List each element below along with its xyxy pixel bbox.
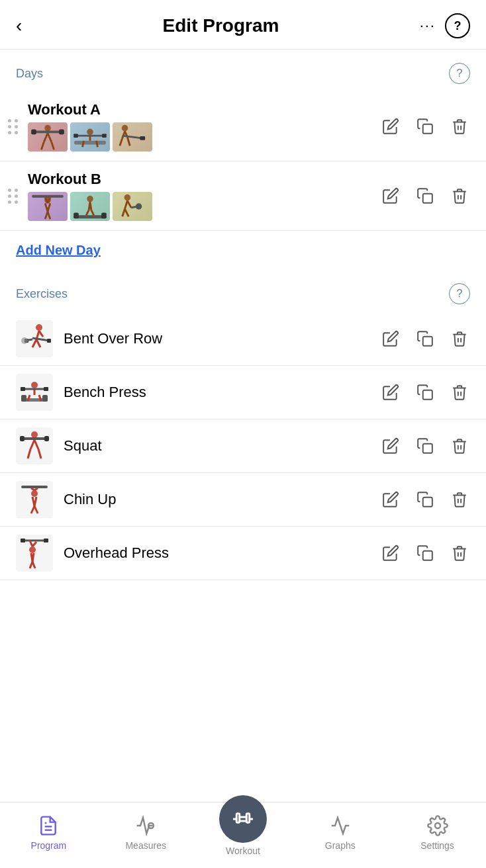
settings-icon <box>426 814 450 838</box>
edit-bent-over-row-button[interactable] <box>380 328 401 349</box>
chin-up-name: Chin Up <box>64 491 380 508</box>
edit-workout-b-button[interactable] <box>380 185 401 206</box>
delete-chin-up-button[interactable] <box>449 489 470 510</box>
workout-center-button[interactable] <box>219 795 267 843</box>
svg-rect-33 <box>73 213 79 219</box>
delete-workout-b-button[interactable] <box>449 185 470 206</box>
svg-rect-90 <box>21 539 25 542</box>
drag-dot <box>8 195 11 198</box>
svg-line-97 <box>32 562 35 568</box>
delete-squat-button[interactable] <box>449 435 470 456</box>
svg-line-19 <box>120 138 122 146</box>
svg-point-0 <box>44 125 51 132</box>
svg-rect-12 <box>73 134 78 138</box>
svg-rect-87 <box>423 498 432 507</box>
svg-rect-1 <box>35 130 60 133</box>
svg-point-44 <box>136 203 142 210</box>
svg-rect-78 <box>423 444 432 453</box>
svg-point-35 <box>87 196 93 202</box>
edit-workout-a-button[interactable] <box>380 116 401 137</box>
copy-overhead-press-button[interactable] <box>414 542 436 564</box>
svg-line-14 <box>83 141 84 148</box>
bench-press-name: Bench Press <box>64 384 380 401</box>
svg-line-93 <box>32 542 36 546</box>
svg-rect-60 <box>21 395 26 402</box>
svg-line-75 <box>34 440 38 449</box>
squat-thumb <box>16 427 53 464</box>
svg-rect-2 <box>31 130 36 135</box>
copy-chin-up-button[interactable] <box>414 489 436 510</box>
workout-a-actions <box>380 116 470 137</box>
header-help-button[interactable]: ? <box>445 13 470 38</box>
svg-point-80 <box>31 490 38 497</box>
measures-icon <box>134 814 158 838</box>
exercises-help-button[interactable]: ? <box>449 283 470 304</box>
nav-settings[interactable]: Settings <box>411 814 464 851</box>
svg-line-4 <box>44 133 48 142</box>
drag-dot <box>15 125 18 128</box>
svg-rect-8 <box>74 141 106 145</box>
settings-label: Settings <box>420 840 454 851</box>
workout-b-actions <box>380 185 470 206</box>
exercise-bench-press: Bench Press <box>0 366 486 419</box>
nav-workout[interactable]: Workout <box>217 808 269 856</box>
svg-point-62 <box>31 382 38 388</box>
svg-rect-65 <box>21 387 25 391</box>
svg-line-5 <box>48 133 52 142</box>
days-help-button[interactable]: ? <box>449 63 470 84</box>
edit-overhead-press-button[interactable] <box>380 542 401 564</box>
drag-handle-workout-a[interactable] <box>8 119 19 134</box>
header: ‹ Edit Program ··· ? <box>0 0 486 49</box>
copy-bench-press-button[interactable] <box>414 382 436 403</box>
edit-chin-up-button[interactable] <box>380 489 401 510</box>
delete-workout-a-button[interactable] <box>449 116 470 137</box>
workout-a-info: Workout A <box>28 101 380 152</box>
nav-measures[interactable]: Measures <box>119 814 172 851</box>
delete-bench-press-button[interactable] <box>449 382 470 403</box>
workout-a-image-2 <box>70 122 110 152</box>
bent-over-row-thumb <box>16 320 53 357</box>
svg-rect-66 <box>44 387 48 391</box>
edit-bench-press-button[interactable] <box>380 382 401 403</box>
svg-point-106 <box>435 823 440 828</box>
delete-bent-over-row-button[interactable] <box>449 328 470 349</box>
workout-a-images <box>28 122 380 152</box>
overhead-press-actions <box>380 542 470 564</box>
workout-b-image-3 <box>113 192 152 221</box>
svg-point-40 <box>124 195 131 201</box>
nav-graphs[interactable]: Graphs <box>314 814 367 851</box>
drag-dot <box>8 125 11 128</box>
svg-line-20 <box>127 137 130 146</box>
drag-handle-workout-b[interactable] <box>8 189 19 204</box>
svg-line-42 <box>127 200 131 208</box>
squat-name: Squat <box>64 437 380 455</box>
drag-dot <box>15 189 18 192</box>
more-options-button[interactable]: ··· <box>420 17 436 34</box>
add-new-day-button[interactable]: Add New Day <box>0 231 486 270</box>
header-left: ‹ <box>16 17 22 35</box>
overhead-press-thumb <box>16 535 53 572</box>
svg-point-48 <box>36 324 42 331</box>
svg-rect-71 <box>23 437 46 440</box>
svg-rect-23 <box>423 124 432 134</box>
svg-point-88 <box>29 546 36 553</box>
exercise-overhead-press: Overhead Press <box>0 527 486 580</box>
edit-squat-button[interactable] <box>380 435 401 456</box>
workout-b-name: Workout B <box>28 171 380 188</box>
delete-overhead-press-button[interactable] <box>449 542 470 564</box>
svg-line-39 <box>91 210 94 216</box>
workout-label: Workout <box>226 846 260 856</box>
copy-bent-over-row-button[interactable] <box>414 328 436 349</box>
svg-line-74 <box>30 440 34 449</box>
copy-workout-a-button[interactable] <box>414 116 436 137</box>
workout-b-info: Workout B <box>28 171 380 221</box>
copy-squat-button[interactable] <box>414 435 436 456</box>
nav-program[interactable]: Program <box>22 814 75 851</box>
svg-line-84 <box>34 497 36 506</box>
copy-workout-b-button[interactable] <box>414 185 436 206</box>
back-button[interactable]: ‹ <box>16 17 22 35</box>
svg-rect-98 <box>423 551 432 560</box>
bent-over-row-name: Bent Over Row <box>64 330 380 347</box>
chin-up-thumb <box>16 481 53 518</box>
svg-rect-13 <box>102 134 107 138</box>
